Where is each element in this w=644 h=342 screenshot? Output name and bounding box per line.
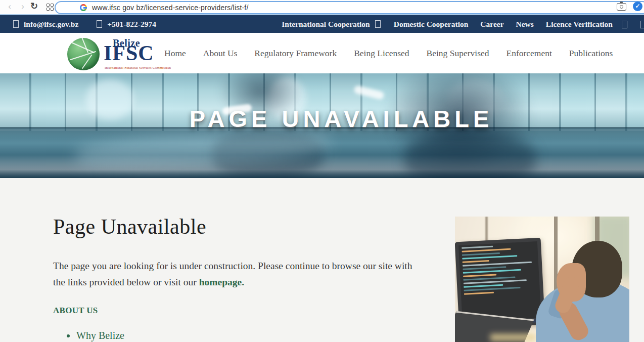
google-favicon [80, 4, 87, 11]
apps-grid-icon[interactable] [47, 4, 54, 11]
homepage-link[interactable]: homepage. [199, 277, 244, 287]
floor-reflection [404, 134, 536, 178]
utility-bar: info@ifsc.gov.bz +501-822-2974 Internati… [0, 15, 644, 33]
banner-title: PAGE UNAVAILABLE [0, 105, 644, 133]
hero-banner: PAGE UNAVAILABLE [0, 73, 644, 178]
email-text: info@ifsc.gov.bz [24, 20, 78, 29]
topnav-career[interactable]: Career [480, 20, 503, 29]
reload-icon[interactable]: ↻ [30, 1, 38, 12]
nav-about-us[interactable]: About Us [203, 48, 238, 59]
site-header: Belize IFSC International Financial Serv… [0, 33, 644, 73]
body-paragraph: The page you are looking for is under co… [53, 258, 430, 290]
browser-toolbar: ‹ › ↻ www.ifsc gov bz/licensed-service-p… [0, 0, 644, 15]
nav-being-licensed[interactable]: Being Licensed [354, 48, 409, 59]
body-text-line1: The page you are looking for is under co… [53, 261, 412, 271]
security-check-icon[interactable]: ✓ [633, 2, 642, 11]
nav-home[interactable]: Home [164, 48, 186, 59]
forward-icon[interactable]: › [17, 2, 28, 12]
logo-tagline: International Financial Services Commiss… [105, 66, 171, 69]
url-text[interactable]: www.ifsc gov bz/licensed-service-provide… [92, 4, 249, 12]
email-link[interactable]: info@ifsc.gov.bz [12, 20, 78, 29]
developer-photo [455, 217, 629, 342]
nav-being-supervised[interactable]: Being Supervised [427, 48, 489, 59]
code-screen [458, 241, 541, 322]
back-icon[interactable]: ‹ [4, 2, 15, 12]
topnav-licence-verification[interactable]: Licence Verification [546, 20, 613, 29]
logo-acronym: IFSC [104, 42, 154, 64]
envelope-icon [13, 20, 19, 28]
body-text-line2: the links provided below or visit our [53, 277, 199, 287]
address-bar[interactable]: www.ifsc gov bz/licensed-service-provide… [55, 1, 644, 14]
main-nav: Home About Us Regulatory Framework Being… [164, 33, 613, 73]
phone-link[interactable]: +501-822-2974 [96, 20, 156, 29]
ifsc-logo[interactable]: Belize IFSC International Financial Serv… [67, 37, 148, 71]
page-title: Page Unavailable [53, 215, 206, 239]
nav-enforcement[interactable]: Enforcement [506, 48, 551, 59]
topnav-label: International Cooperation [282, 20, 370, 29]
camera-icon[interactable] [617, 3, 626, 11]
keyboard-glow [490, 334, 536, 341]
globe-icon [67, 38, 100, 70]
about-us-links: Why Belize [63, 328, 124, 342]
dropdown-caret-icon [375, 20, 381, 28]
search-icon[interactable] [622, 21, 627, 28]
page-content: Page Unavailable The page you are lookin… [0, 178, 644, 342]
topnav-domestic-cooperation[interactable]: Domestic Cooperation [394, 20, 469, 29]
why-belize-link[interactable]: Why Belize [76, 330, 124, 341]
nav-publications[interactable]: Publications [569, 48, 613, 59]
topnav-news[interactable]: News [516, 20, 534, 29]
clipped-edge-icon [640, 21, 644, 28]
phone-text: +501-822-2974 [107, 20, 156, 29]
phone-icon [97, 20, 102, 28]
list-item: Why Belize [76, 328, 124, 342]
about-us-heading: ABOUT US [53, 306, 98, 316]
nav-regulatory-framework[interactable]: Regulatory Framework [254, 48, 337, 59]
topnav-international-cooperation[interactable]: International Cooperation [282, 20, 381, 29]
